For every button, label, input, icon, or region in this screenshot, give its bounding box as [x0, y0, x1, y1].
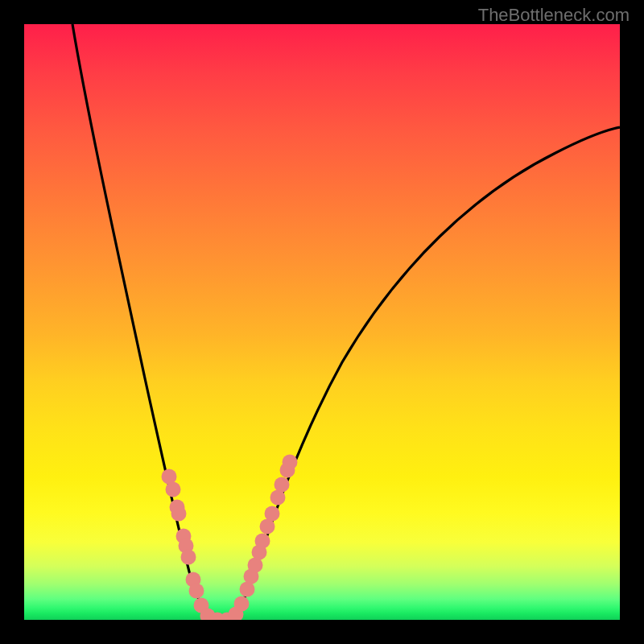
data-marker-dot	[265, 506, 280, 522]
data-marker-dot	[275, 477, 290, 493]
curve-left	[72, 24, 225, 619]
data-marker-dot	[166, 482, 181, 497]
data-marker-dot	[283, 455, 298, 470]
curve-right	[225, 127, 620, 619]
marker-group	[162, 455, 298, 621]
data-marker-dot	[181, 550, 196, 565]
plot-area	[24, 24, 620, 620]
chart-svg	[24, 24, 620, 620]
chart-frame: TheBottleneck.com	[0, 0, 644, 644]
watermark-label: TheBottleneck.com	[478, 5, 630, 26]
data-marker-dot	[189, 584, 204, 599]
data-marker-dot	[255, 534, 270, 549]
data-marker-dot	[234, 597, 250, 612]
data-marker-dot	[171, 506, 187, 522]
